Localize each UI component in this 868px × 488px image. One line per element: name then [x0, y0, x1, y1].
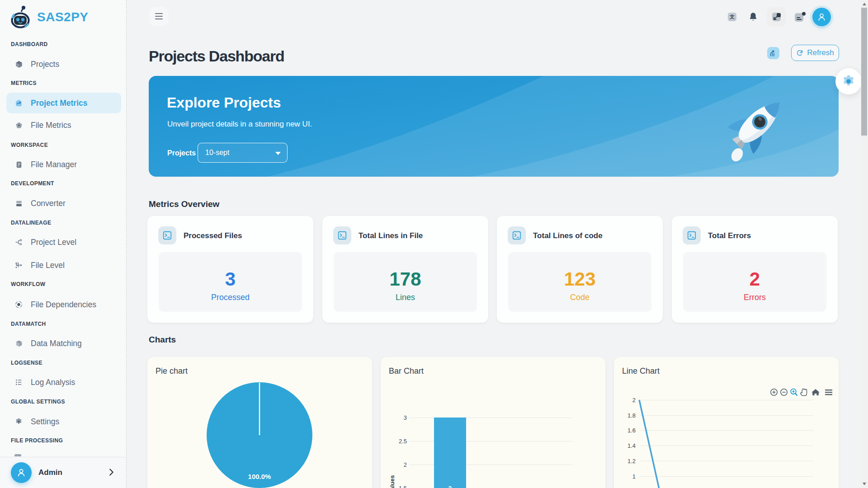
svg-text:100.0%: 100.0% [248, 473, 271, 480]
svg-text:文: 文 [729, 14, 735, 19]
